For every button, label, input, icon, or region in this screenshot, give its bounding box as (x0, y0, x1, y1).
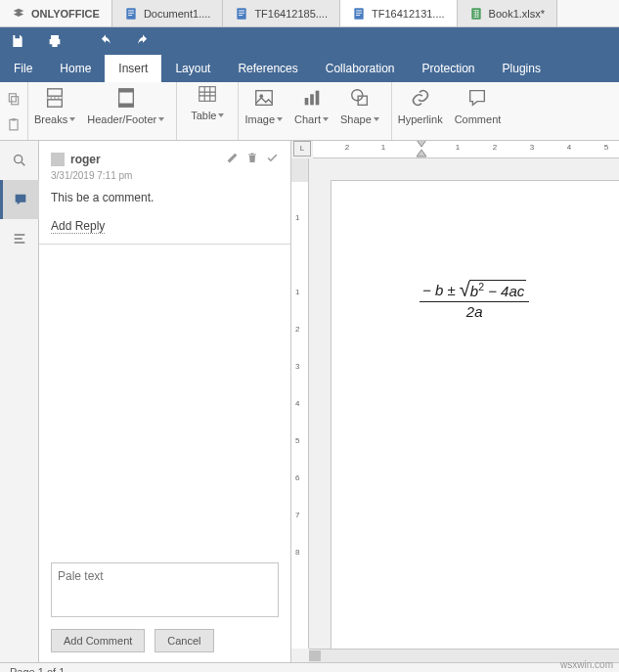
chart-icon (300, 86, 324, 110)
comment-input[interactable] (51, 562, 279, 617)
svg-rect-9 (356, 10, 362, 11)
svg-rect-18 (48, 100, 63, 107)
svg-rect-16 (12, 118, 16, 120)
page-break-icon (43, 86, 66, 110)
vertical-ruler[interactable]: 1 1 2 3 4 5 6 7 8 (291, 158, 309, 649)
undo-button[interactable] (96, 31, 115, 51)
document-tabstrip: ONLYOFFICE Document1.... TF16412185.... … (0, 0, 619, 27)
table-icon (196, 82, 219, 106)
add-reply-link[interactable]: Add Reply (51, 219, 105, 234)
brand-tab[interactable]: ONLYOFFICE (0, 0, 112, 26)
menu-references[interactable]: References (224, 55, 311, 82)
doc-icon (124, 7, 138, 21)
avatar-icon (51, 153, 65, 166)
edit-icon[interactable] (226, 151, 239, 168)
svg-rect-27 (315, 91, 319, 106)
doc-tab-0[interactable]: Document1.... (112, 0, 223, 26)
shape-icon (348, 86, 372, 110)
svg-rect-7 (239, 15, 243, 16)
insert-ribbon: Breaks Header/Footer Table Image Chart S… (0, 82, 619, 141)
link-icon (409, 86, 432, 110)
doc-tab-1[interactable]: TF16412185.... (223, 0, 340, 26)
doc-tab-label: Book1.xlsx* (489, 8, 545, 20)
menu-insert[interactable]: Insert (105, 55, 161, 82)
chevron-down-icon (218, 113, 224, 117)
main-menu: File Home Insert Layout References Colla… (0, 55, 619, 82)
left-indent-marker[interactable] (417, 150, 426, 159)
shape-button[interactable]: Shape (334, 82, 392, 140)
svg-rect-25 (304, 98, 308, 105)
copy-button[interactable] (4, 89, 23, 109)
image-button[interactable]: Image (239, 82, 288, 140)
menu-home[interactable]: Home (46, 55, 105, 82)
image-icon (252, 86, 276, 110)
svg-rect-26 (310, 94, 314, 105)
delete-icon[interactable] (246, 151, 258, 168)
menu-layout[interactable]: Layout (161, 55, 224, 82)
rail-headings-button[interactable] (0, 219, 39, 258)
menu-file[interactable]: File (0, 55, 46, 82)
document-viewport[interactable]: L 2 1 1 2 3 4 5 1 1 2 3 4 5 6 7 8 − b (291, 141, 619, 662)
hyperlink-button[interactable]: Hyperlink (392, 82, 449, 140)
doc-tab-label: TF16412185.... (254, 8, 328, 20)
comments-panel: roger 3/31/2019 7:11 pm This be a commen… (39, 141, 291, 662)
breaks-button[interactable]: Breaks (28, 82, 81, 140)
doc-tab-label: Document1.... (144, 8, 210, 20)
svg-rect-0 (126, 8, 135, 20)
svg-point-30 (14, 156, 22, 163)
headerfooter-button[interactable]: Header/Footer (81, 82, 177, 140)
rail-search-button[interactable] (0, 141, 39, 180)
print-button[interactable] (45, 31, 65, 51)
tab-stop-toggle[interactable]: L (293, 141, 311, 157)
svg-rect-2 (128, 12, 134, 13)
chevron-down-icon (69, 117, 75, 121)
svg-rect-15 (10, 119, 18, 129)
svg-rect-23 (256, 91, 273, 106)
table-button[interactable]: Table (177, 82, 239, 140)
svg-rect-4 (238, 8, 246, 20)
comment-item[interactable]: roger 3/31/2019 7:11 pm This be a commen… (39, 141, 290, 245)
chart-button[interactable]: Chart (288, 82, 334, 140)
doc-tab-2[interactable]: TF16412131.... (340, 0, 458, 26)
chevron-down-icon (374, 117, 379, 121)
left-rail (0, 141, 39, 662)
brand-logo-icon (12, 7, 25, 21)
menu-plugins[interactable]: Plugins (489, 55, 554, 82)
doc-icon (352, 7, 366, 21)
svg-rect-12 (471, 8, 480, 20)
doc-tab-3[interactable]: Book1.xlsx* (458, 0, 557, 26)
main-area: roger 3/31/2019 7:11 pm This be a commen… (0, 141, 619, 662)
scroll-thumb[interactable] (309, 650, 321, 661)
page-indicator[interactable]: Page 1 of 1 (10, 666, 65, 673)
chevron-down-icon (277, 117, 283, 121)
svg-rect-6 (239, 12, 244, 13)
equation-object[interactable]: − b ± √ b2 − 4ac 2a (420, 279, 529, 320)
save-button[interactable] (8, 31, 27, 51)
add-comment-button[interactable]: Add Comment (51, 629, 145, 652)
doc-icon (235, 7, 248, 21)
comment-author: roger (70, 153, 101, 166)
new-comment-box: Add Comment Cancel (51, 562, 279, 652)
chevron-down-icon (158, 117, 164, 121)
resolve-icon[interactable] (266, 151, 279, 168)
svg-rect-3 (128, 15, 132, 16)
svg-rect-22 (199, 87, 216, 102)
cancel-comment-button[interactable]: Cancel (155, 629, 213, 652)
first-line-indent-marker[interactable] (417, 141, 426, 150)
comment-text: This be a comment. (51, 191, 279, 204)
comment-icon (465, 86, 489, 110)
paste-button[interactable] (4, 114, 23, 134)
svg-rect-17 (48, 89, 63, 96)
sheet-icon (469, 7, 483, 21)
svg-rect-8 (354, 8, 363, 20)
redo-button[interactable] (133, 31, 153, 51)
document-page[interactable]: − b ± √ b2 − 4ac 2a (331, 180, 619, 662)
horizontal-ruler[interactable]: L 2 1 1 2 3 4 5 (313, 141, 619, 158)
menu-collaboration[interactable]: Collaboration (312, 55, 409, 82)
menu-protection[interactable]: Protection (409, 55, 489, 82)
quick-access-bar (0, 27, 619, 55)
watermark: wsxwin.com (560, 659, 613, 670)
rail-comments-button[interactable] (0, 180, 39, 219)
comment-button[interactable]: Comment (449, 82, 508, 140)
brand-label: ONLYOFFICE (31, 8, 100, 20)
